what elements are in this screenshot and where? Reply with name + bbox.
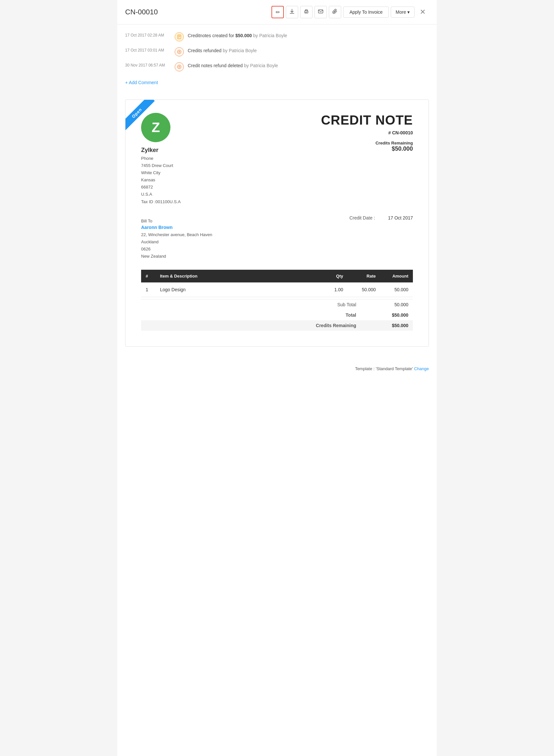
doc-header: Z Zylker Phone 7455 Drew Court White Cit… <box>141 113 413 205</box>
address-line: Auckland <box>141 239 212 246</box>
company-address-line: U.S.A <box>141 191 180 198</box>
activity-timestamp: 30 Nov 2017 06:57 AM <box>125 62 171 67</box>
company-name: Zylker <box>141 147 180 154</box>
credits-remaining-row: Credits Remaining $50.000 <box>141 320 413 331</box>
table-row: 1 Logo Design 1.00 50.000 50.000 <box>141 283 413 297</box>
refund-deleted-icon <box>175 62 184 71</box>
bill-to-date-row: Bill To Aaronn Brown 22, Winchester aven… <box>141 215 413 260</box>
download-button[interactable] <box>286 6 298 18</box>
download-icon <box>289 9 294 15</box>
close-button[interactable]: ✕ <box>417 6 429 18</box>
svg-rect-4 <box>318 10 323 13</box>
edit-button[interactable]: ✏ <box>271 6 284 18</box>
creditnote-icon <box>175 32 184 41</box>
activity-text: Credits refunded by Patricia Boyle <box>188 47 257 54</box>
doc-number-prefix: # <box>388 130 392 135</box>
more-button[interactable]: More ▾ <box>391 6 414 17</box>
more-label: More <box>396 9 406 15</box>
total-row: Total $50.000 <box>141 310 413 320</box>
credits-remaining-value: $50.000 <box>375 145 413 152</box>
chevron-down-icon: ▾ <box>407 9 410 15</box>
company-address-line: 7455 Drew Court <box>141 162 180 169</box>
apply-to-invoice-button[interactable]: Apply To Invoice <box>343 6 389 17</box>
subtotal-row: Sub Total 50.000 <box>141 299 413 310</box>
row-description: Logo Design <box>156 283 322 297</box>
activity-item: 17 Oct 2017 03:01 AM Credits refunded by… <box>125 47 429 56</box>
attach-icon <box>332 9 338 15</box>
company-logo: Z <box>141 113 170 142</box>
svg-rect-1 <box>306 12 307 12</box>
row-qty: 1.00 <box>322 283 348 297</box>
address-line: 0626 <box>141 246 212 253</box>
refund-icon <box>175 47 184 56</box>
address-line: 22, Winchester avenue, Beach Haven <box>141 231 212 239</box>
company-address-line: Phone <box>141 155 180 162</box>
bill-to-name[interactable]: Aaronn Brown <box>141 225 212 230</box>
company-address-line: White City <box>141 169 180 177</box>
document-number: # CN-00010 <box>388 130 413 135</box>
row-amount: 50.000 <box>380 283 413 297</box>
credits-footer-value: $50.000 <box>382 323 408 328</box>
bill-to-section: Bill To Aaronn Brown 22, Winchester aven… <box>141 218 212 260</box>
change-template-link[interactable]: Change <box>414 366 429 371</box>
address-line: New Zealand <box>141 253 212 260</box>
col-amount: Amount <box>380 270 413 283</box>
subtotal-label: Sub Total <box>146 302 363 307</box>
total-label: Total <box>146 312 363 318</box>
print-button[interactable] <box>300 6 313 18</box>
doc-number-value: CN-00010 <box>392 130 413 135</box>
col-num: # <box>141 270 156 283</box>
bill-to-label: Bill To <box>141 218 212 223</box>
header: CN-00010 ✏ <box>117 0 437 24</box>
bill-to-address: 22, Winchester avenue, Beach Haven Auckl… <box>141 231 212 260</box>
template-text: Template : 'Standard Template' <box>355 366 412 371</box>
page-title: CN-00010 <box>125 8 269 16</box>
company-section: Z Zylker Phone 7455 Drew Court White Cit… <box>141 113 180 205</box>
credit-date-value: 17 Oct 2017 <box>388 215 413 220</box>
credit-note-title-section: CREDIT NOTE # CN-00010 Credits Remaining… <box>321 113 413 152</box>
company-address-line: 66872 <box>141 184 180 191</box>
activity-item: 17 Oct 2017 02:28 AM Creditnotes created… <box>125 32 429 41</box>
activity-item: 30 Nov 2017 06:57 AM Credit notes refund… <box>125 62 429 71</box>
credit-date-label: Credit Date : <box>349 215 375 220</box>
activity-text: Credit notes refund deleted by Patricia … <box>188 62 278 69</box>
company-address-line: Kansas <box>141 177 180 184</box>
activity-log: 17 Oct 2017 02:28 AM Creditnotes created… <box>117 24 437 93</box>
svg-point-3 <box>308 11 308 11</box>
company-address: Phone 7455 Drew Court White City Kansas … <box>141 155 180 205</box>
row-num: 1 <box>141 283 156 297</box>
row-rate: 50.000 <box>348 283 380 297</box>
col-qty: Qty <box>322 270 348 283</box>
invoice-document: Open Z Zylker Phone 7455 Drew Court Whit… <box>125 99 429 347</box>
credits-remaining-label: Credits Remaining <box>375 141 413 145</box>
col-rate: Rate <box>348 270 380 283</box>
email-button[interactable] <box>315 6 327 18</box>
header-actions: ✏ <box>271 6 429 18</box>
line-items-table: # Item & Description Qty Rate Amount 1 L… <box>141 270 413 297</box>
company-address-line: Tax ID :001100U.S.A <box>141 198 180 205</box>
table-header-row: # Item & Description Qty Rate Amount <box>141 270 413 283</box>
svg-rect-2 <box>306 12 307 13</box>
edit-icon: ✏ <box>276 9 280 15</box>
document-type-title: CREDIT NOTE <box>321 113 413 128</box>
add-comment-button[interactable]: + Add Comment <box>125 77 158 90</box>
total-value: $50.000 <box>382 312 408 318</box>
email-icon <box>318 9 323 15</box>
activity-text: Creditnotes created for $50.000 by Patri… <box>188 32 287 39</box>
close-icon: ✕ <box>420 8 426 16</box>
credits-footer-label: Credits Remaining <box>146 323 363 328</box>
col-description: Item & Description <box>156 270 322 283</box>
activity-timestamp: 17 Oct 2017 03:01 AM <box>125 47 171 52</box>
print-icon <box>304 9 309 15</box>
activity-timestamp: 17 Oct 2017 02:28 AM <box>125 32 171 38</box>
subtotal-value: 50.000 <box>382 302 408 307</box>
template-footer: Template : 'Standard Template' Change <box>117 360 437 381</box>
invoice-wrapper: Open Z Zylker Phone 7455 Drew Court Whit… <box>117 93 437 360</box>
attach-button[interactable] <box>329 6 341 18</box>
credit-date-section: Credit Date : 17 Oct 2017 <box>349 215 413 220</box>
